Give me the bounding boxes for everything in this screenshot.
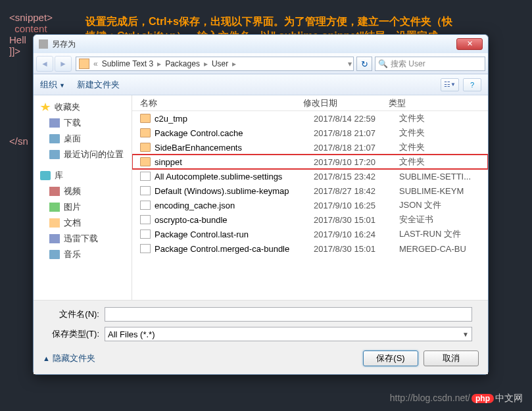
dropdown-icon[interactable]: ▾: [347, 59, 353, 68]
filename-label: 文件名(N):: [43, 308, 99, 320]
video-icon: [49, 187, 60, 196]
cancel-button[interactable]: 取消: [423, 351, 479, 366]
file-date: 2017/9/10 17:20: [314, 157, 399, 167]
breadcrumb-item[interactable]: Sublime Text 3: [99, 59, 157, 68]
search-icon: 🔍: [378, 59, 388, 68]
file-type: 安全证书: [399, 214, 433, 226]
file-row[interactable]: Default (Windows).sublime-keymap2017/8/2…: [132, 183, 488, 198]
dialog-bottom: 文件名(N): 保存类型(T): All Files (*.*) ▼ ▲隐藏文件…: [34, 300, 488, 374]
titlebar[interactable]: 另存为 ✕: [34, 35, 488, 53]
dialog-body: 收藏夹 下载 桌面 最近访问的位置 库 视频 图片 文档 迅雷下载 音乐 名称 …: [34, 95, 488, 300]
file-name: sinppet: [155, 157, 314, 167]
sidebar-favorites[interactable]: 收藏夹: [34, 99, 132, 115]
toolbar: 组织▼ 新建文件夹 ☷▼ ?: [34, 74, 488, 95]
file-date: 2017/8/15 23:42: [314, 172, 399, 181]
file-row[interactable]: SideBarEnhancements2017/8/18 21:07文件夹: [132, 140, 488, 155]
file-name: SideBarEnhancements: [155, 143, 314, 153]
save-button[interactable]: 保存(S): [363, 351, 418, 366]
app-icon: [39, 39, 48, 49]
sidebar: 收藏夹 下载 桌面 最近访问的位置 库 视频 图片 文档 迅雷下载 音乐: [34, 95, 132, 300]
collapse-icon: ▲: [43, 354, 50, 362]
picture-icon: [49, 203, 60, 212]
file-type: LAST-RUN 文件: [399, 228, 461, 240]
file-date: 2017/8/18 21:07: [314, 143, 399, 153]
folder-icon: [79, 59, 89, 69]
sidebar-thunder[interactable]: 迅雷下载: [34, 231, 132, 247]
file-type: 文件夹: [399, 127, 425, 139]
sidebar-pictures[interactable]: 图片: [34, 199, 132, 215]
file-row[interactable]: Package Control.last-run2017/9/10 16:24L…: [132, 227, 488, 241]
navbar: ◄ ► « Sublime Text 3 ▸ Packages ▸ User ▸…: [34, 53, 488, 74]
sidebar-recent[interactable]: 最近访问的位置: [34, 147, 132, 162]
file-date: 2017/8/14 22:59: [314, 114, 399, 124]
folder-icon: [140, 143, 151, 152]
column-headers: 名称 修改日期 类型: [132, 95, 488, 111]
new-folder-button[interactable]: 新建文件夹: [77, 79, 120, 91]
file-row[interactable]: Package Control.merged-ca-bundle2017/8/3…: [132, 241, 488, 256]
file-row[interactable]: c2u_tmp2017/8/14 22:59文件夹: [132, 111, 488, 126]
file-icon: [140, 215, 151, 224]
address-bar[interactable]: « Sublime Text 3 ▸ Packages ▸ User ▸ ▾: [76, 57, 354, 71]
recent-icon: [49, 150, 60, 159]
chevron-right-icon: ▸: [231, 59, 237, 68]
watermark: http://blog.csdn.net/php中文网: [390, 393, 523, 404]
hide-folders-toggle[interactable]: ▲隐藏文件夹: [43, 352, 95, 364]
file-date: 2017/8/30 15:01: [314, 215, 399, 225]
file-name: Package Control.cache: [155, 128, 314, 138]
file-date: 2017/9/10 16:25: [314, 201, 399, 210]
sidebar-videos[interactable]: 视频: [34, 183, 132, 199]
close-button[interactable]: ✕: [456, 38, 483, 50]
file-type: SUBLIME-SETTI...: [399, 172, 471, 181]
file-icon: [140, 172, 151, 181]
breadcrumb-item[interactable]: Packages: [162, 59, 203, 68]
search-input[interactable]: 🔍 搜索 User: [375, 57, 485, 71]
music-icon: [49, 250, 60, 259]
help-button[interactable]: ?: [463, 78, 481, 91]
file-name: Default (Windows).sublime-keymap: [155, 186, 314, 196]
download-icon: [49, 118, 60, 128]
file-row[interactable]: All Autocomplete.sublime-settings2017/8/…: [132, 169, 488, 183]
file-date: 2017/9/10 16:24: [314, 230, 399, 239]
save-as-dialog: 另存为 ✕ ◄ ► « Sublime Text 3 ▸ Packages ▸ …: [33, 34, 489, 375]
sidebar-libraries[interactable]: 库: [34, 168, 132, 183]
file-name: Package Control.merged-ca-bundle: [155, 244, 314, 254]
back-button[interactable]: ◄: [36, 56, 53, 72]
file-name: Package Control.last-run: [155, 230, 314, 239]
star-icon: [40, 103, 51, 112]
col-date[interactable]: 修改日期: [303, 97, 389, 109]
folder-icon: [140, 128, 151, 137]
file-row[interactable]: sinppet2017/9/10 17:20文件夹: [132, 155, 488, 169]
file-date: 2017/8/30 15:01: [314, 244, 399, 254]
forward-button[interactable]: ►: [55, 56, 72, 72]
savetype-label: 保存类型(T):: [43, 328, 99, 340]
file-name: c2u_tmp: [155, 114, 314, 124]
view-options-button[interactable]: ☷▼: [441, 78, 459, 91]
file-list[interactable]: c2u_tmp2017/8/14 22:59文件夹Package Control…: [132, 111, 488, 300]
php-logo: php: [472, 394, 494, 403]
col-type[interactable]: 类型: [389, 97, 488, 109]
breadcrumb-item[interactable]: User: [209, 59, 231, 68]
savetype-select[interactable]: All Files (*.*) ▼: [105, 327, 472, 341]
file-date: 2017/8/18 21:07: [314, 128, 399, 138]
file-icon: [140, 230, 151, 239]
filename-input[interactable]: [105, 307, 472, 322]
code-line: content: [9, 23, 53, 34]
file-row[interactable]: encoding_cache.json2017/9/10 16:25JSON 文…: [132, 198, 488, 212]
file-type: 文件夹: [399, 141, 425, 153]
file-row[interactable]: oscrypto-ca-bundle2017/8/30 15:01安全证书: [132, 212, 488, 227]
file-name: All Autocomplete.sublime-settings: [155, 172, 314, 181]
file-name: oscrypto-ca-bundle: [155, 215, 314, 225]
refresh-button[interactable]: ↻: [356, 57, 372, 71]
chevron-right-icon: ▸: [203, 59, 209, 68]
file-row[interactable]: Package Control.cache2017/8/18 21:07文件夹: [132, 126, 488, 140]
sidebar-documents[interactable]: 文档: [34, 215, 132, 231]
sidebar-desktop[interactable]: 桌面: [34, 131, 132, 147]
chevron-left-icon[interactable]: «: [92, 59, 99, 68]
chevron-right-icon: ▸: [156, 59, 162, 68]
file-type: JSON 文件: [399, 199, 441, 211]
organize-button[interactable]: 组织▼: [40, 79, 65, 91]
sidebar-music[interactable]: 音乐: [34, 247, 132, 262]
sidebar-downloads[interactable]: 下载: [34, 115, 132, 131]
col-name[interactable]: 名称: [132, 97, 303, 109]
document-icon: [49, 218, 60, 228]
